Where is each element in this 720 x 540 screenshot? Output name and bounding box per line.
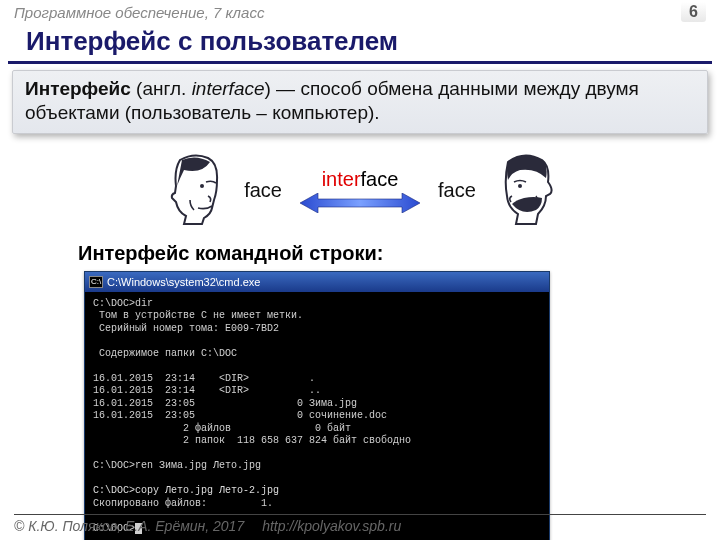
cmd-body: C:\DOC>dir Том в устройстве C не имеет м…: [85, 292, 549, 541]
cmd-line: C:\DOC>dir: [93, 298, 153, 309]
left-face-label: face: [244, 179, 282, 202]
cmd-line: Содержимое папки C:\DOC: [93, 348, 237, 359]
cmd-line: 16.01.2015 23:05 0 Зима.jpg: [93, 398, 357, 409]
double-arrow-icon: [300, 193, 420, 213]
cli-subtitle: Интерфейс командной строки:: [78, 242, 720, 265]
svg-marker-1: [300, 193, 420, 213]
cmd-icon: C:\: [89, 276, 103, 288]
cmd-line: 16.01.2015 23:05 0 сочинение.doc: [93, 410, 387, 421]
topic-label: Программное обеспечение, 7 класс: [14, 4, 264, 21]
cmd-window: C:\ C:\Windows\system32\cmd.exe C:\DOC>d…: [84, 271, 550, 541]
copyright-text: © К.Ю. Поляков, Е.А. Ерёмин, 2017: [14, 518, 244, 534]
page-title: Интерфейс с пользователем: [8, 24, 712, 64]
slide-footer: © К.Ю. Поляков, Е.А. Ерёмин, 2017 http:/…: [14, 514, 706, 534]
page-number: 6: [681, 2, 706, 22]
cmd-line: Серийный номер тома: E009-7BD2: [93, 323, 279, 334]
cmd-line: Скопировано файлов: 1.: [93, 498, 273, 509]
svg-point-2: [518, 184, 522, 188]
interface-diagram: face interface face: [0, 148, 720, 234]
cmd-titlebar: C:\ C:\Windows\system32\cmd.exe: [85, 272, 549, 292]
cmd-line: 2 папок 118 658 637 824 байт свободно: [93, 435, 411, 446]
slide-header: Программное обеспечение, 7 класс 6: [0, 0, 720, 24]
footer-url: http://kpolyakov.spb.ru: [262, 518, 401, 534]
cmd-line: Том в устройстве C не имеет метки.: [93, 310, 303, 321]
left-face-icon: [162, 152, 226, 230]
cmd-line: C:\DOC>copy Лето.jpg Лето-2.jpg: [93, 485, 279, 496]
arrow-block: interface: [300, 168, 420, 213]
cmd-title-text: C:\Windows\system32\cmd.exe: [107, 276, 260, 288]
right-face-label: face: [438, 179, 476, 202]
cmd-line: 2 файлов 0 байт: [93, 423, 351, 434]
definition-box: Интерфейс (англ. interface) — способ обм…: [12, 70, 708, 134]
interface-label: interface: [322, 168, 399, 191]
definition-paren-prefix: (англ.: [131, 78, 192, 99]
svg-point-0: [200, 184, 204, 188]
definition-term: Интерфейс: [25, 78, 131, 99]
cmd-line: 16.01.2015 23:14 <DIR> .: [93, 373, 315, 384]
cmd-line: 16.01.2015 23:14 <DIR> ..: [93, 385, 321, 396]
cmd-line: C:\DOC>ren Зима.jpg Лето.jpg: [93, 460, 261, 471]
definition-english: interface: [192, 78, 265, 99]
right-face-icon: [494, 152, 558, 230]
